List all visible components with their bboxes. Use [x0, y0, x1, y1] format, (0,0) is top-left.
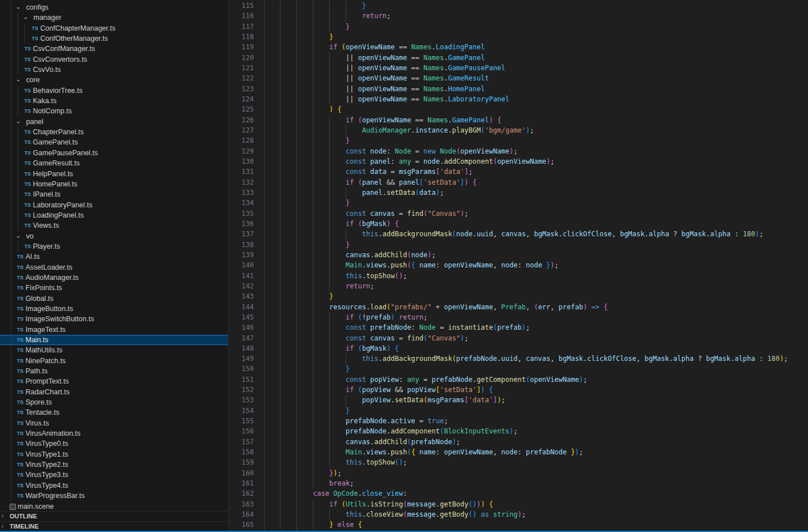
code-line[interactable]: 117 } — [229, 22, 808, 32]
code-line[interactable]: 154 } — [229, 406, 808, 416]
code-line[interactable]: 163 if (Utils.isString(message.getBody()… — [229, 499, 808, 509]
code-line[interactable]: 151 const popView: any = prefabNode.getC… — [229, 374, 808, 385]
code-line[interactable]: 164 this.closeView(message.getBody() as … — [229, 509, 808, 520]
code-line[interactable]: 126 if (openViewName == Names.GamePanel)… — [229, 115, 808, 125]
code-line[interactable]: 155 prefabNode.active = true; — [229, 416, 808, 426]
code-line[interactable]: 119 if (openViewName == Names.LoadingPan… — [229, 42, 808, 52]
code-line[interactable]: 132 if (panel && panel['setData']) { — [229, 177, 808, 188]
code-line[interactable]: 131 const data = msgParams['data']; — [229, 167, 808, 177]
code-editor[interactable]: 115 }116 return;117 }118 }119 if (openVi… — [229, 0, 808, 531]
explorer-item-Path.ts[interactable]: TSPath.ts — [0, 366, 228, 376]
explorer-item-ConfOtherManager.ts[interactable]: TSConfOtherManager.ts — [0, 33, 228, 44]
code-line[interactable]: 161 break; — [229, 478, 808, 488]
code-line[interactable]: 152 if (popView && popView['setData']) { — [229, 385, 808, 395]
explorer-item-GamePanel.ts[interactable]: TSGamePanel.ts — [0, 137, 228, 147]
code-line[interactable]: 124 || openViewName == Names.LaboratoryP… — [229, 94, 808, 104]
explorer-item-BehaviorTree.ts[interactable]: TSBehaviorTree.ts — [0, 86, 228, 96]
code-line[interactable]: 125 ) { — [229, 104, 808, 114]
explorer-item-VirusType2.ts[interactable]: TSVirusType2.ts — [0, 459, 228, 470]
explorer-item-WarProgressBar.ts[interactable]: TSWarProgressBar.ts — [0, 491, 228, 501]
explorer-item-MathUtils.ts[interactable]: TSMathUtils.ts — [0, 345, 228, 355]
explorer-item-ImageButton.ts[interactable]: TSImageButton.ts — [0, 304, 228, 314]
code-line[interactable]: 123 || openViewName == Names.HomePanel — [229, 84, 808, 94]
code-line[interactable]: 139 canvas.addChild(node); — [229, 250, 808, 260]
code-line[interactable]: 120 || openViewName == Names.GamePanel — [229, 53, 808, 63]
code-line[interactable]: 130 const panel: any = node.addComponent… — [229, 156, 808, 167]
timeline-section-header[interactable]: › TIMELINE — [0, 521, 228, 531]
explorer-item-Kaka.ts[interactable]: TSKaka.ts — [0, 96, 228, 106]
explorer-folder-vo[interactable]: ›vo — [0, 231, 228, 241]
explorer-item-AudioManager.ts[interactable]: TSAudioManager.ts — [0, 273, 228, 283]
explorer-item-GameResult.ts[interactable]: TSGameResult.ts — [0, 158, 228, 168]
explorer-folder-manager[interactable]: ›manager — [0, 12, 228, 23]
code-line[interactable]: 156 prefabNode.addComponent(BlockInputEv… — [229, 426, 808, 436]
outline-section-header[interactable]: › OUTLINE — [0, 511, 228, 521]
explorer-item-LaboratoryPanel.ts[interactable]: TSLaboratoryPanel.ts — [0, 200, 228, 210]
explorer-item-CsvConvertors.ts[interactable]: TSCsvConvertors.ts — [0, 54, 228, 65]
explorer-item-NinePatch.ts[interactable]: TSNinePatch.ts — [0, 356, 228, 366]
code-line[interactable]: 165 } else { — [229, 520, 808, 530]
explorer-item-CsvConfManager.ts[interactable]: TSCsvConfManager.ts — [0, 44, 228, 54]
code-line[interactable]: 115 } — [229, 1, 808, 11]
explorer-item-Tentacle.ts[interactable]: TSTentacle.ts — [0, 407, 228, 418]
explorer-item-main.scene[interactable]: main.scene — [0, 501, 228, 512]
code-line[interactable]: 138 } — [229, 240, 808, 250]
code-line[interactable]: 137 this.addBackgroundMask(node.uuid, ca… — [229, 229, 808, 239]
explorer-item-Global.ts[interactable]: TSGlobal.ts — [0, 293, 228, 304]
explorer-item-ChapterPanel.ts[interactable]: TSChapterPanel.ts — [0, 127, 228, 137]
explorer-item-Main.ts[interactable]: TSMain.ts — [0, 335, 228, 345]
explorer-item-AI.ts[interactable]: TSAI.ts — [0, 252, 228, 262]
explorer-item-LoadingPanel.ts[interactable]: TSLoadingPanel.ts — [0, 210, 228, 220]
code-line[interactable]: 149 this.addBackgroundMask(prefabNode.uu… — [229, 354, 808, 364]
explorer-item-HelpPanel.ts[interactable]: TSHelpPanel.ts — [0, 169, 228, 179]
code-line[interactable]: 141 this.topShow(); — [229, 271, 808, 281]
explorer-item-Spore.ts[interactable]: TSSpore.ts — [0, 397, 228, 407]
explorer-item-VirusType1.ts[interactable]: TSVirusType1.ts — [0, 449, 228, 459]
explorer-folder-configs[interactable]: ›configs — [0, 2, 228, 12]
explorer-item-HomePanel.ts[interactable]: TSHomePanel.ts — [0, 179, 228, 189]
explorer-folder-core[interactable]: ›core — [0, 75, 228, 85]
explorer-folder-panel[interactable]: ›panel — [0, 117, 228, 127]
code-line[interactable]: 148 if (bgMask) { — [229, 343, 808, 354]
code-line[interactable]: 146 const prefabNode: Node = instantiate… — [229, 322, 808, 333]
code-line[interactable]: 129 const node: Node = new Node(openView… — [229, 146, 808, 156]
code-line[interactable]: 153 popView.setData(msgParams['data']); — [229, 395, 808, 405]
explorer-item-VirusType3.ts[interactable]: TSVirusType3.ts — [0, 470, 228, 480]
code-line[interactable]: 143 } — [229, 291, 808, 301]
explorer-item-ImageText.ts[interactable]: TSImageText.ts — [0, 325, 228, 335]
code-line[interactable]: 136 if (bgMask) { — [229, 219, 808, 229]
explorer-item-VirusType4.ts[interactable]: TSVirusType4.ts — [0, 480, 228, 491]
code-line[interactable]: 162 case OpCode.close_view: — [229, 488, 808, 499]
explorer-item-Player.ts[interactable]: TSPlayer.ts — [0, 241, 228, 252]
code-line[interactable]: 144 resources.load("prefabs/" + openView… — [229, 302, 808, 312]
code-line[interactable]: 118 } — [229, 32, 808, 42]
explorer-item-RadarChart.ts[interactable]: TSRadarChart.ts — [0, 387, 228, 397]
explorer-item-IPanel.ts[interactable]: TSIPanel.ts — [0, 189, 228, 199]
file-tree[interactable]: ›configs›managerTSConfChapterManager.tsT… — [0, 0, 228, 511]
code-line[interactable]: 159 this.topShow(); — [229, 457, 808, 467]
code-line[interactable]: 128 } — [229, 135, 808, 146]
explorer-item-VirusType0.ts[interactable]: TSVirusType0.ts — [0, 439, 228, 449]
code-line[interactable]: 158 Main.views.push({ name: openViewName… — [229, 447, 808, 457]
code-line[interactable]: 150 } — [229, 364, 808, 374]
explorer-item-FixPoints.ts[interactable]: TSFixPoints.ts — [0, 283, 228, 293]
explorer-item-GamePausePanel.ts[interactable]: TSGamePausePanel.ts — [0, 148, 228, 158]
code-line[interactable]: 140 Main.views.push({ name: openViewName… — [229, 260, 808, 270]
code-line[interactable]: 157 canvas.addChild(prefabNode); — [229, 437, 808, 447]
explorer-item-CsvVo.ts[interactable]: TSCsvVo.ts — [0, 65, 228, 75]
code-line[interactable]: 147 const canvas = find("Canvas"); — [229, 333, 808, 343]
explorer-item-AssetLoader.ts[interactable]: TSAssetLoader.ts — [0, 262, 228, 273]
explorer-item-Virus.ts[interactable]: TSVirus.ts — [0, 418, 228, 428]
code-line[interactable]: 122 || openViewName == Names.GameResult — [229, 73, 808, 83]
explorer-item-ImageSwitchButton.ts[interactable]: TSImageSwitchButton.ts — [0, 314, 228, 324]
code-line[interactable]: 160 }); — [229, 468, 808, 478]
code-line[interactable]: 145 if (!prefab) return; — [229, 312, 808, 322]
explorer-item-ConfChapterManager.ts[interactable]: TSConfChapterManager.ts — [0, 23, 228, 33]
explorer-item-PromptText.ts[interactable]: TSPromptText.ts — [0, 376, 228, 386]
code-line[interactable]: 134 } — [229, 198, 808, 208]
code-line[interactable]: 135 const canvas = find("Canvas"); — [229, 208, 808, 219]
explorer-item-NotiComp.ts[interactable]: TSNotiComp.ts — [0, 106, 228, 116]
code-line[interactable]: 133 panel.setData(data); — [229, 188, 808, 198]
code-line[interactable]: 142 return; — [229, 281, 808, 291]
explorer-item-Views.ts[interactable]: TSViews.ts — [0, 220, 228, 231]
